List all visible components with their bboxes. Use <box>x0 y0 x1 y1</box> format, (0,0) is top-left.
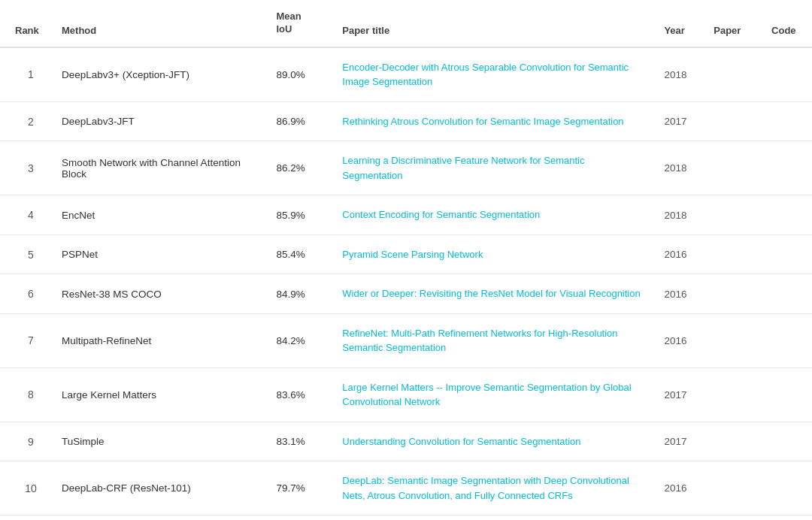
cell-code <box>762 461 812 515</box>
cell-rank: 1 <box>0 47 53 102</box>
cell-rank: 5 <box>0 234 53 274</box>
cell-miou: 86.9% <box>267 101 333 141</box>
cell-paper <box>704 274 762 314</box>
cell-paper <box>704 367 762 422</box>
paper-link[interactable]: DeepLab: Semantic Image Segmentation wit… <box>342 475 629 501</box>
paper-link[interactable]: RefineNet: Multi-Path Refinement Network… <box>342 328 617 354</box>
cell-title[interactable]: Understanding Convolution for Semantic S… <box>333 422 655 461</box>
leaderboard-table: Rank Method MeanIoU Paper title Year Pap… <box>0 0 812 515</box>
cell-code <box>762 195 812 235</box>
cell-title[interactable]: Encoder-Decoder with Atrous Separable Co… <box>333 47 655 102</box>
table-row: 6 ResNet-38 MS COCO 84.9% Wider or Deepe… <box>0 274 812 314</box>
table-row: 10 DeepLab-CRF (ResNet-101) 79.7% DeepLa… <box>0 461 812 515</box>
cell-year: 2017 <box>655 367 704 422</box>
cell-code <box>762 367 812 422</box>
leaderboard-table-container: Rank Method MeanIoU Paper title Year Pap… <box>0 0 812 515</box>
miou-header-text: MeanIoU <box>276 11 324 36</box>
paper-link[interactable]: Understanding Convolution for Semantic S… <box>342 436 580 447</box>
cell-method: Smooth Network with Channel Attention Bl… <box>53 141 267 195</box>
cell-miou: 84.2% <box>267 313 333 367</box>
cell-paper <box>704 101 762 141</box>
table-row: 7 Multipath-RefineNet 84.2% RefineNet: M… <box>0 313 812 367</box>
table-row: 4 EncNet 85.9% Context Encoding for Sema… <box>0 195 812 235</box>
cell-paper <box>704 195 762 235</box>
cell-paper <box>704 422 762 461</box>
cell-code <box>762 141 812 195</box>
cell-year: 2016 <box>655 313 704 367</box>
cell-rank: 9 <box>0 422 53 461</box>
cell-year: 2017 <box>655 422 704 461</box>
cell-method: DeepLabv3-JFT <box>53 101 267 141</box>
header-method: Method <box>53 0 267 47</box>
header-miou: MeanIoU <box>267 0 333 47</box>
table-row: 1 DeepLabv3+ (Xception-JFT) 89.0% Encode… <box>0 47 812 102</box>
paper-link[interactable]: Large Kernel Matters -- Improve Semantic… <box>342 382 631 408</box>
cell-title[interactable]: Context Encoding for Semantic Segmentati… <box>333 195 655 235</box>
cell-year: 2016 <box>655 234 704 274</box>
cell-miou: 86.2% <box>267 141 333 195</box>
cell-code <box>762 234 812 274</box>
cell-method: DeepLabv3+ (Xception-JFT) <box>53 47 267 102</box>
paper-link[interactable]: Context Encoding for Semantic Segmentati… <box>342 209 540 220</box>
table-row: 2 DeepLabv3-JFT 86.9% Rethinking Atrous … <box>0 101 812 141</box>
cell-paper <box>704 141 762 195</box>
cell-title[interactable]: Learning a Discriminative Feature Networ… <box>333 141 655 195</box>
cell-method: TuSimple <box>53 422 267 461</box>
cell-rank: 2 <box>0 101 53 141</box>
paper-link[interactable]: Wider or Deeper: Revisiting the ResNet M… <box>342 288 640 299</box>
cell-paper <box>704 313 762 367</box>
cell-rank: 4 <box>0 195 53 235</box>
cell-year: 2018 <box>655 47 704 102</box>
cell-title[interactable]: Wider or Deeper: Revisiting the ResNet M… <box>333 274 655 314</box>
cell-paper <box>704 234 762 274</box>
cell-rank: 10 <box>0 461 53 515</box>
cell-year: 2016 <box>655 461 704 515</box>
cell-title[interactable]: RefineNet: Multi-Path Refinement Network… <box>333 313 655 367</box>
cell-title[interactable]: Pyramid Scene Parsing Network <box>333 234 655 274</box>
table-header-row: Rank Method MeanIoU Paper title Year Pap… <box>0 0 812 47</box>
header-year: Year <box>655 0 704 47</box>
cell-code <box>762 47 812 102</box>
cell-miou: 79.7% <box>267 461 333 515</box>
table-row: 5 PSPNet 85.4% Pyramid Scene Parsing Net… <box>0 234 812 274</box>
cell-code <box>762 422 812 461</box>
paper-link[interactable]: Rethinking Atrous Convolution for Semant… <box>342 116 623 127</box>
header-paper-title: Paper title <box>333 0 655 47</box>
header-code: Code <box>762 0 812 47</box>
paper-link[interactable]: Pyramid Scene Parsing Network <box>342 249 483 260</box>
cell-method: Large Kernel Matters <box>53 367 267 422</box>
cell-miou: 85.4% <box>267 234 333 274</box>
cell-title[interactable]: Rethinking Atrous Convolution for Semant… <box>333 101 655 141</box>
paper-link[interactable]: Encoder-Decoder with Atrous Separable Co… <box>342 62 629 88</box>
cell-year: 2016 <box>655 274 704 314</box>
table-row: 3 Smooth Network with Channel Attention … <box>0 141 812 195</box>
cell-paper <box>704 461 762 515</box>
cell-code <box>762 313 812 367</box>
table-row: 9 TuSimple 83.1% Understanding Convoluti… <box>0 422 812 461</box>
cell-rank: 3 <box>0 141 53 195</box>
cell-code <box>762 101 812 141</box>
table-row: 8 Large Kernel Matters 83.6% Large Kerne… <box>0 367 812 422</box>
paper-link[interactable]: Learning a Discriminative Feature Networ… <box>342 155 584 181</box>
cell-rank: 8 <box>0 367 53 422</box>
cell-title[interactable]: DeepLab: Semantic Image Segmentation wit… <box>333 461 655 515</box>
cell-miou: 83.6% <box>267 367 333 422</box>
cell-paper <box>704 47 762 102</box>
cell-method: ResNet-38 MS COCO <box>53 274 267 314</box>
cell-rank: 7 <box>0 313 53 367</box>
cell-miou: 89.0% <box>267 47 333 102</box>
cell-title[interactable]: Large Kernel Matters -- Improve Semantic… <box>333 367 655 422</box>
cell-miou: 85.9% <box>267 195 333 235</box>
cell-method: EncNet <box>53 195 267 235</box>
cell-code <box>762 274 812 314</box>
cell-method: Multipath-RefineNet <box>53 313 267 367</box>
cell-year: 2017 <box>655 101 704 141</box>
cell-method: DeepLab-CRF (ResNet-101) <box>53 461 267 515</box>
cell-year: 2018 <box>655 195 704 235</box>
cell-miou: 83.1% <box>267 422 333 461</box>
header-paper: Paper <box>704 0 762 47</box>
cell-rank: 6 <box>0 274 53 314</box>
cell-year: 2018 <box>655 141 704 195</box>
cell-method: PSPNet <box>53 234 267 274</box>
cell-miou: 84.9% <box>267 274 333 314</box>
